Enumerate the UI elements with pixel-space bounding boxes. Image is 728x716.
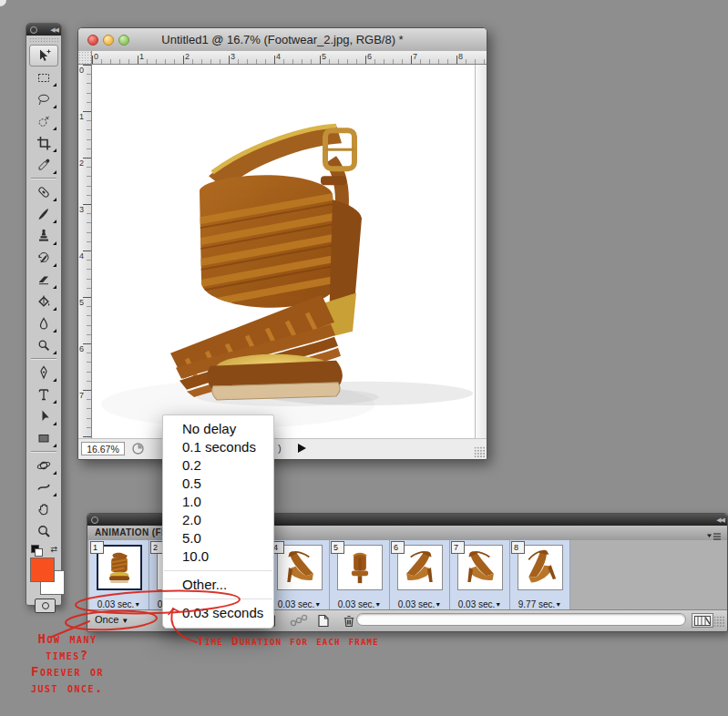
eraser-tool[interactable] xyxy=(29,269,58,291)
zoom-window-button[interactable] xyxy=(118,35,129,46)
close-button[interactable] xyxy=(87,35,98,46)
crop-tool[interactable] xyxy=(29,132,58,154)
animation-frame-5[interactable]: 50.03 sec.▼ xyxy=(330,540,390,612)
move-tool[interactable] xyxy=(29,45,58,66)
annotation-text-loop: How manytimes?Forever orjust once. xyxy=(4,630,131,696)
ruler-number: 2 xyxy=(185,52,190,61)
blur-tool[interactable] xyxy=(29,312,58,334)
zoom-level-field[interactable]: 16.67% xyxy=(81,442,125,455)
loop-count-dropdown[interactable]: Once ▼ xyxy=(95,614,128,625)
hand-tool[interactable] xyxy=(29,498,58,520)
frame-delay-dropdown[interactable]: 0.03 sec.▼ xyxy=(89,599,149,609)
panel-grip-texture xyxy=(29,37,58,44)
rectangular-marquee-tool[interactable] xyxy=(29,66,58,88)
type-tool[interactable] xyxy=(29,384,58,405)
tween-button[interactable] xyxy=(288,613,310,628)
frame-delay-dropdown[interactable]: 0.03 sec.▼ xyxy=(390,599,449,609)
path-selection-tool[interactable] xyxy=(29,405,58,427)
history-brush-tool[interactable] xyxy=(29,247,58,269)
frame-delay-dropdown[interactable]: 9.77 sec.▼ xyxy=(510,599,569,609)
annotation-line: just once. xyxy=(4,680,131,696)
ruler-number: 6 xyxy=(79,344,84,353)
brush-tool[interactable] xyxy=(29,203,58,225)
desktop: ◀◀ ⇄ Untitled1 @ 16.7% (Footwear_2.jpg, … xyxy=(0,0,728,716)
new-frame-button[interactable] xyxy=(313,613,334,628)
paint-bucket-tool[interactable] xyxy=(29,291,58,312)
swap-colors-icon[interactable]: ⇄ xyxy=(50,545,57,554)
shape-tool[interactable] xyxy=(29,427,58,449)
annotation-line: Forever or xyxy=(4,663,131,680)
menu-item-0-5[interactable]: 0.5 xyxy=(163,475,273,493)
menu-item-0-1-seconds[interactable]: 0.1 seconds xyxy=(163,438,273,456)
menu-item-1-0[interactable]: 1.0 xyxy=(163,493,273,511)
ruler-number: 6 xyxy=(367,52,372,61)
ruler-number: 0 xyxy=(79,66,84,75)
status-bar: 16.67% ) xyxy=(78,438,487,459)
foreground-color-swatch[interactable] xyxy=(30,557,55,582)
panel-dot-icon xyxy=(30,26,37,34)
window-titlebar[interactable]: Untitled1 @ 16.7% (Footwear_2.jpg, RGB/8… xyxy=(78,28,487,52)
animation-frame-6[interactable]: 60.03 sec.▼ xyxy=(390,540,450,612)
frame-delay-dropdown[interactable]: 0.03 sec.▼ xyxy=(330,599,389,609)
menu-item-10-0[interactable]: 10.0 xyxy=(163,547,273,566)
default-colors-icon[interactable] xyxy=(31,545,42,556)
status-flyout-arrow[interactable] xyxy=(298,444,306,453)
menu-item-0-03-seconds[interactable]: 0.03 seconds xyxy=(163,604,273,622)
pen-tool[interactable] xyxy=(29,362,58,384)
frame-delay-dropdown[interactable]: 0.03 sec.▼ xyxy=(270,599,329,609)
dodge-tool[interactable] xyxy=(29,334,58,356)
zoom-tool[interactable] xyxy=(29,520,58,542)
animation-frame-1[interactable]: 10.03 sec.▼ xyxy=(89,540,149,612)
document-canvas[interactable] xyxy=(92,65,475,439)
ruler-number: 5 xyxy=(79,298,84,307)
menu-separator xyxy=(164,570,272,571)
vertical-ruler: 012345678 xyxy=(78,65,92,439)
quick-selection-tool[interactable] xyxy=(29,110,58,132)
frame-number: 5 xyxy=(331,541,344,554)
tool-group-divider xyxy=(31,451,56,453)
collapse-to-icons-icon[interactable]: ◀◀ xyxy=(716,515,724,525)
frame-scrollbar-track[interactable] xyxy=(356,613,686,626)
menu-item-5-0[interactable]: 5.0 xyxy=(163,529,273,547)
collapse-to-icons-icon[interactable]: ◀◀ xyxy=(50,25,58,35)
shoe-image xyxy=(92,65,475,439)
screen-corner-artifact xyxy=(0,0,6,6)
status-info-icon[interactable] xyxy=(131,442,145,459)
minimize-button[interactable] xyxy=(103,35,114,46)
lasso-tool[interactable] xyxy=(29,88,58,110)
eyedropper-tool[interactable] xyxy=(29,154,58,176)
3d-orbit-tool[interactable] xyxy=(29,476,58,498)
panel-resize-grip[interactable] xyxy=(713,616,725,628)
menu-item-no-delay[interactable]: No delay xyxy=(163,420,273,438)
spot-healing-brush-tool[interactable] xyxy=(29,181,58,203)
ruler-number: 1 xyxy=(79,112,84,121)
vertical-scrollbar[interactable] xyxy=(475,65,487,439)
animation-frame-8[interactable]: 89.77 sec.▼ xyxy=(510,540,570,612)
ruler-origin-corner xyxy=(78,51,92,65)
animation-frame-7[interactable]: 70.03 sec.▼ xyxy=(450,540,510,612)
horizontal-ruler: 012345678 xyxy=(92,51,487,65)
clone-stamp-tool[interactable] xyxy=(29,225,58,247)
menu-item-2-0[interactable]: 2.0 xyxy=(163,511,273,529)
window-title: Untitled1 @ 16.7% (Footwear_2.jpg, RGB/8… xyxy=(161,28,403,51)
menu-item-other[interactable]: Other... xyxy=(163,576,273,594)
frame-delay-dropdown[interactable]: 0.03 sec.▼ xyxy=(450,599,509,609)
annotation-line-left xyxy=(52,621,89,637)
menu-item-0-2[interactable]: 0.2 xyxy=(163,456,273,475)
frame-number: 8 xyxy=(511,541,525,554)
annotation-text-duration: Time Duration for each frame xyxy=(197,634,379,648)
tool-group-divider xyxy=(31,178,56,179)
tools-panel-titlebar[interactable]: ◀◀ xyxy=(26,24,61,36)
ruler-number: 2 xyxy=(79,159,84,168)
ruler-number: 7 xyxy=(79,391,84,400)
document-window: Untitled1 @ 16.7% (Footwear_2.jpg, RGB/8… xyxy=(77,27,487,460)
animation-frame-4[interactable]: 40.03 sec.▼ xyxy=(270,540,330,612)
convert-to-timeline-button[interactable] xyxy=(692,613,713,628)
window-resize-grip[interactable] xyxy=(474,446,486,458)
ruler-number: 8 xyxy=(458,52,463,61)
3d-rotate-tool[interactable] xyxy=(29,455,58,476)
ruler-number: 5 xyxy=(322,52,326,61)
quick-mask-icon xyxy=(42,602,49,609)
quick-mask-button[interactable] xyxy=(35,598,56,613)
ruler-number: 3 xyxy=(231,52,235,61)
